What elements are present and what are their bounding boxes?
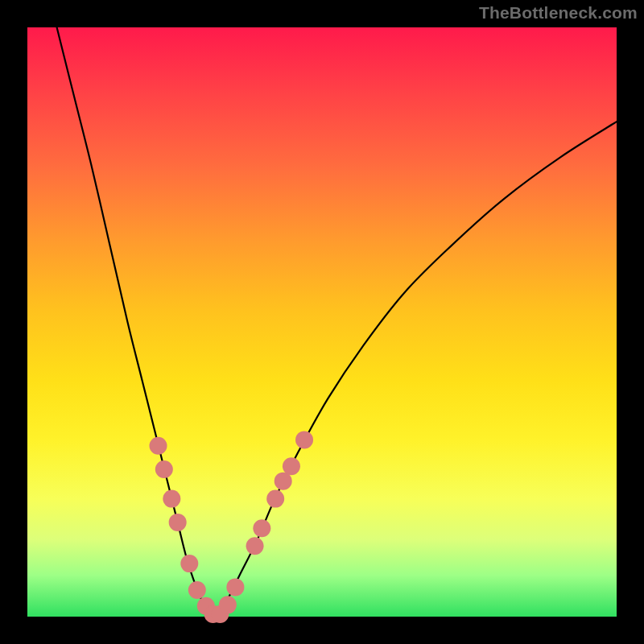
curve-left-curve <box>57 27 217 617</box>
marker-point <box>253 519 270 537</box>
marker-point <box>226 578 244 596</box>
marker-point <box>246 537 264 555</box>
marker-point <box>150 437 167 455</box>
chart-svg <box>27 27 617 617</box>
plot-area <box>27 27 617 617</box>
marker-point <box>295 431 313 448</box>
marker-point <box>219 596 237 613</box>
marker-point <box>163 490 180 508</box>
marker-layer <box>150 431 314 623</box>
curve-layer <box>57 27 617 617</box>
marker-point <box>169 514 187 531</box>
marker-point <box>283 457 300 475</box>
curve-right-curve <box>216 122 617 617</box>
marker-point <box>188 581 206 599</box>
marker-point <box>180 555 198 572</box>
marker-point <box>155 460 173 478</box>
marker-point <box>266 490 284 508</box>
outer-frame: TheBottleneck.com <box>0 0 644 644</box>
watermark-text: TheBottleneck.com <box>479 3 638 23</box>
